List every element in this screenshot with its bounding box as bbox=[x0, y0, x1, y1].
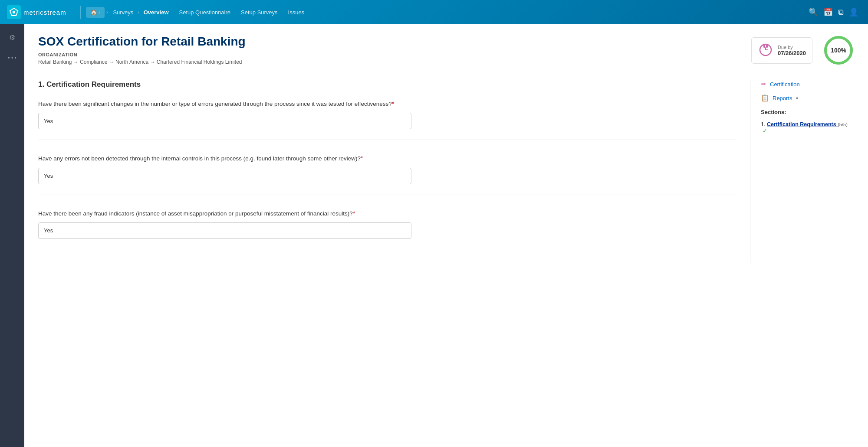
reports-icon: 📋 bbox=[761, 94, 769, 102]
question-block-2: Have any errors not been detected throug… bbox=[38, 154, 736, 195]
section-item-number: 1. bbox=[761, 121, 765, 127]
nav-surveys[interactable]: Surveys bbox=[109, 7, 137, 17]
answer-field-3[interactable] bbox=[38, 222, 411, 239]
nav-issues[interactable]: Issues bbox=[285, 7, 308, 17]
question-text-1: Have there been significant changes in t… bbox=[38, 99, 736, 108]
org-label: ORGANIZATION bbox=[38, 52, 246, 57]
header-right: Due by 07/26/2020 100% bbox=[751, 35, 854, 66]
logo-text: metricstream bbox=[23, 9, 66, 16]
sections-area: Sections: 1. Certification Requirements … bbox=[761, 109, 854, 136]
certification-link[interactable]: ✏ Certification bbox=[761, 80, 854, 88]
org-path: Retail Banking → Compliance → North Amer… bbox=[38, 59, 246, 65]
required-star-3: * bbox=[353, 210, 355, 217]
required-star-2: * bbox=[361, 155, 363, 162]
question-text-3: Have there been any fraud indicators (in… bbox=[38, 209, 736, 218]
question-block-1: Have there been significant changes in t… bbox=[38, 99, 736, 140]
left-sidebar: ⚙ • • • bbox=[0, 24, 24, 447]
progress-label: 100% bbox=[831, 47, 846, 54]
top-navigation: metricstream 🏠 › › Surveys › Overview Se… bbox=[0, 0, 868, 24]
sidebar-menu-icon[interactable]: • • • bbox=[4, 50, 20, 66]
required-star-1: * bbox=[392, 100, 394, 107]
right-panel: ✏ Certification 📋 Reports ▾ Sections: 1.… bbox=[750, 80, 854, 263]
two-col-layout: 1. Certification Requirements Have there… bbox=[24, 80, 868, 263]
page-header-left: SOX Certification for Retail Banking ORG… bbox=[38, 35, 246, 65]
reports-chevron: ▾ bbox=[796, 96, 798, 101]
due-by-box: Due by 07/26/2020 bbox=[751, 37, 812, 64]
nav-divider bbox=[80, 6, 81, 19]
certification-icon: ✏ bbox=[761, 80, 766, 88]
section-item-link[interactable]: Certification Requirements bbox=[767, 121, 838, 127]
section-fraction-val: (5/5) bbox=[838, 122, 848, 127]
section-check: ✓ bbox=[763, 127, 767, 134]
answer-field-2[interactable] bbox=[38, 168, 411, 184]
calendar-icon[interactable]: 📅 bbox=[821, 5, 835, 20]
reports-link[interactable]: 📋 Reports ▾ bbox=[761, 94, 854, 102]
main-layout: ⚙ • • • SOX Certification for Retail Ban… bbox=[0, 24, 868, 447]
page-header: SOX Certification for Retail Banking ORG… bbox=[24, 24, 868, 66]
nav-overview[interactable]: Overview bbox=[140, 7, 172, 17]
certification-label: Certification bbox=[770, 81, 800, 88]
section-heading: 1. Certification Requirements bbox=[38, 80, 736, 89]
section-number: 1. bbox=[38, 80, 44, 88]
header-divider bbox=[38, 73, 854, 73]
section-title: Certification Requirements bbox=[46, 80, 141, 88]
svg-point-1 bbox=[13, 11, 15, 13]
sidebar-gear-icon[interactable]: ⚙ bbox=[4, 29, 20, 45]
reports-label: Reports bbox=[773, 95, 792, 101]
due-by-label: Due by bbox=[778, 45, 806, 50]
progress-circle: 100% bbox=[823, 35, 854, 66]
home-chevron: › bbox=[99, 10, 100, 15]
questions-column: 1. Certification Requirements Have there… bbox=[38, 80, 750, 263]
due-by-date: 07/26/2020 bbox=[778, 50, 806, 56]
nav-setup-questionnaire[interactable]: Setup Questionnaire bbox=[176, 7, 234, 17]
logo-icon bbox=[7, 5, 21, 19]
home-button[interactable]: 🏠 › bbox=[86, 7, 105, 18]
question-block-3: Have there been any fraud indicators (in… bbox=[38, 209, 736, 249]
user-icon[interactable]: 👤 bbox=[846, 5, 861, 20]
due-by-icon bbox=[758, 41, 773, 60]
main-content: SOX Certification for Retail Banking ORG… bbox=[24, 24, 868, 447]
section-list-item-1: 1. Certification Requirements (5/5) ✓ bbox=[761, 120, 854, 136]
svg-rect-4 bbox=[766, 45, 768, 48]
apps-icon[interactable]: ⧉ bbox=[835, 5, 846, 20]
question-text-2: Have any errors not been detected throug… bbox=[38, 154, 736, 163]
search-icon[interactable]: 🔍 bbox=[806, 5, 821, 20]
page-title: SOX Certification for Retail Banking bbox=[38, 35, 246, 49]
home-icon: 🏠 bbox=[90, 9, 97, 16]
breadcrumb-sep1: › bbox=[106, 10, 108, 15]
sections-label: Sections: bbox=[761, 109, 854, 115]
svg-rect-3 bbox=[763, 45, 765, 48]
logo[interactable]: metricstream bbox=[7, 5, 66, 19]
breadcrumb-sep2: › bbox=[138, 10, 139, 15]
nav-setup-surveys[interactable]: Setup Surveys bbox=[237, 7, 281, 17]
due-by-info: Due by 07/26/2020 bbox=[778, 45, 806, 56]
answer-field-1[interactable] bbox=[38, 113, 411, 129]
